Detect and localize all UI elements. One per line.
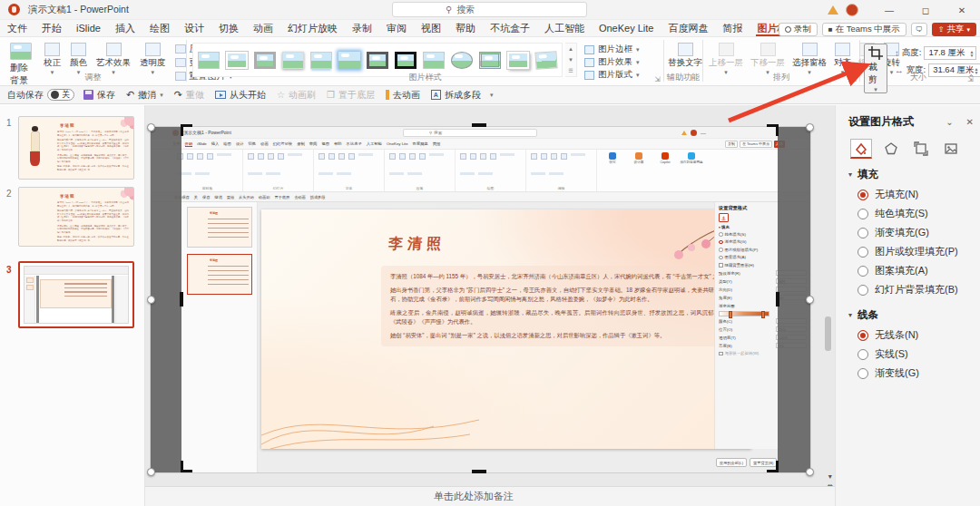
style-menu-button[interactable]: 图片边框 ▾: [583, 44, 642, 55]
qat-save-button[interactable]: 保存: [83, 89, 115, 102]
screenshot-picture-object[interactable]: 演示文稿1 - PowerPoint ⚲搜索 ― 文件开始iSlide插入绘图设…: [151, 127, 810, 472]
slide-number: 3: [6, 265, 12, 275]
radio-icon: [858, 368, 868, 379]
section-collapse-icon[interactable]: ▾: [848, 170, 852, 179]
ribbon-tab[interactable]: 不坑盒子: [483, 20, 537, 36]
resize-handle-bottom-right[interactable]: [806, 468, 814, 476]
picture-style-thumb[interactable]: [534, 49, 559, 72]
resize-handle-right[interactable]: [806, 296, 814, 304]
fill-line-tab-icon[interactable]: [850, 139, 872, 159]
ribbon-tab[interactable]: 绘图: [142, 20, 177, 36]
style-menu-button[interactable]: 图片效果 ▾: [583, 56, 642, 68]
ribbon-tab[interactable]: 动画: [246, 20, 280, 36]
crop-handle-bottom[interactable]: [472, 470, 486, 473]
size-properties-tab-icon[interactable]: [910, 139, 932, 159]
crop-handle-top-right[interactable]: [767, 124, 779, 136]
picture-style-thumb[interactable]: [280, 49, 306, 72]
ribbon-tab[interactable]: 人工智能: [537, 20, 592, 36]
height-input[interactable]: 17.8 厘米 ▲▼: [924, 46, 976, 60]
search-box[interactable]: ⚲ 搜索: [392, 2, 587, 17]
picture-style-thumb[interactable]: [224, 49, 250, 72]
resize-handle-left[interactable]: [147, 296, 155, 304]
qat-bar-button[interactable]: 去动画: [386, 89, 420, 102]
picture-style-thumb[interactable]: [421, 49, 446, 72]
picture-tab-icon[interactable]: [940, 139, 962, 159]
fill-option-radio[interactable]: 图片或纹理填充(P): [848, 242, 980, 261]
picture-style-thumb[interactable]: [477, 49, 503, 72]
notes-bar[interactable]: 单击此处添加备注: [145, 486, 835, 506]
crop-handle-right[interactable]: [776, 292, 779, 307]
warning-icon[interactable]: [828, 5, 838, 15]
qat-split-button[interactable]: A拆成多段: [431, 89, 481, 102]
picture-style-thumb[interactable]: [449, 49, 475, 72]
ribbon-tab[interactable]: 简报: [715, 20, 750, 36]
dialog-launcher-icon[interactable]: ⇲: [654, 75, 661, 83]
resize-handle-top-right[interactable]: [806, 123, 814, 131]
line-option-radio[interactable]: 渐变线(G): [848, 364, 980, 383]
stepper-icons[interactable]: ▲▼: [969, 50, 974, 57]
crop-handle-bottom-left[interactable]: [181, 461, 192, 472]
slide-thumbnail-3-selected[interactable]: [18, 261, 134, 328]
crop-handle-bottom-right[interactable]: [767, 461, 779, 472]
ribbon-tab[interactable]: 录制: [345, 20, 379, 36]
ribbon-tab[interactable]: OneKey Lite: [592, 20, 662, 36]
picture-style-thumb[interactable]: [196, 49, 221, 72]
ribbon-tab[interactable]: iSlide: [69, 20, 108, 36]
share-button[interactable]: ⇪ 共享▾: [932, 23, 976, 36]
autosave-toggle[interactable]: 关: [47, 89, 74, 101]
minimize-button[interactable]: ―: [871, 0, 907, 20]
close-button[interactable]: ✕: [944, 0, 980, 20]
picture-style-thumb[interactable]: [393, 49, 418, 72]
fill-option-radio[interactable]: 渐变填充(G): [848, 223, 980, 242]
ribbon-tab[interactable]: 插入: [108, 20, 142, 36]
line-option-radio[interactable]: 无线条(N): [848, 326, 980, 345]
dialog-launcher-icon[interactable]: ⇲: [850, 75, 857, 83]
crop-button[interactable]: 裁剪 ▾: [864, 44, 887, 93]
account-avatar[interactable]: [846, 4, 858, 16]
scrollbar-thumb[interactable]: [825, 316, 831, 351]
picture-style-thumb[interactable]: [309, 49, 334, 72]
section-collapse-icon[interactable]: ▾: [848, 311, 852, 319]
crop-handle-left[interactable]: [180, 292, 183, 307]
qat-start-button[interactable]: 从头开始: [215, 89, 266, 102]
picture-style-thumb[interactable]: [252, 49, 278, 72]
record-button[interactable]: 录制: [779, 23, 818, 36]
collapse-ribbon-icon[interactable]: ⌃: [967, 73, 975, 83]
ribbon-tab[interactable]: 百度网盘: [661, 20, 715, 36]
ribbon-tab[interactable]: 切换: [211, 20, 246, 36]
qat-undo-button[interactable]: ↶撤消 ▾: [126, 89, 163, 102]
picture-style-thumb[interactable]: [505, 49, 531, 72]
fill-option-radio[interactable]: 图案填充(A): [848, 261, 980, 280]
effects-tab-icon[interactable]: [880, 139, 902, 159]
ribbon-tab[interactable]: 文件: [0, 20, 34, 36]
pane-close-icon[interactable]: ✕: [960, 117, 980, 127]
crop-handle-top-left[interactable]: [181, 124, 192, 136]
ribbon-tab[interactable]: 帮助: [448, 20, 483, 36]
powerpoint-window: 演示文稿1 - PowerPoint ⚲ 搜索 ― ◻ ✕ 文件 开始 iSli…: [0, 0, 980, 506]
picture-style-thumb[interactable]: [337, 49, 362, 72]
fill-option-radio[interactable]: 幻灯片背景填充(B): [848, 280, 980, 299]
teams-present-button[interactable]: ■ 在 Teams 中展示: [822, 23, 906, 36]
canvas-scrollbar[interactable]: [824, 109, 832, 466]
ribbon-tab[interactable]: 设计: [177, 20, 211, 36]
ribbon-tab[interactable]: 幻灯片放映: [280, 20, 345, 36]
scroll-down-icon[interactable]: ▾: [828, 472, 832, 481]
resize-handle-top-left[interactable]: [147, 123, 155, 131]
fill-option-radio[interactable]: 无填充(N): [848, 185, 980, 204]
ribbon-tab[interactable]: 开始: [34, 20, 69, 36]
slide-editing-canvas[interactable]: 演示文稿1 - PowerPoint ⚲搜索 ― 文件开始iSlide插入绘图设…: [145, 105, 835, 506]
fill-option-radio[interactable]: 纯色填充(S): [848, 204, 980, 223]
slide-thumbnail-1[interactable]: 李清照 李清照（1084 年—约 1155 年），号易安居士，北宋齐州济南（今山…: [18, 116, 134, 180]
comments-button[interactable]: 🗨: [911, 23, 927, 36]
slide-thumbnail-2[interactable]: 李清照 李清照（1084 年—约 1155 年），号易安居士，北宋齐州济南（今山…: [18, 187, 134, 247]
alt-text-button[interactable]: 替换文字: [664, 41, 706, 71]
ribbon-tab[interactable]: 视图: [414, 20, 448, 36]
resize-handle-bottom-left[interactable]: [147, 468, 155, 476]
maximize-button[interactable]: ◻: [907, 0, 944, 20]
ribbon-tab[interactable]: 审阅: [379, 20, 414, 36]
line-option-radio[interactable]: 实线(S): [848, 345, 980, 364]
crop-handle-top[interactable]: [472, 123, 486, 127]
pane-collapse-icon[interactable]: ⌄: [939, 117, 959, 127]
picture-style-thumb[interactable]: [365, 49, 390, 72]
qat-overflow-icon[interactable]: ▾: [490, 92, 494, 97]
